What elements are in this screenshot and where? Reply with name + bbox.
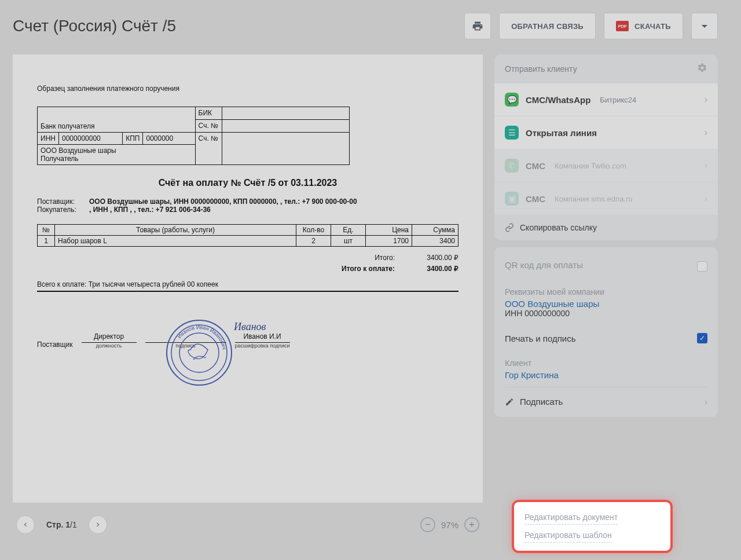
pdf-icon: PDF	[616, 21, 629, 31]
channel-subtitle: Компания sms.edna.ru	[555, 195, 633, 203]
channel-title: Открытая линия	[526, 128, 597, 138]
page-title: Счет (Россия) Счёт /5	[13, 17, 456, 35]
channel-icon: ☰	[505, 126, 519, 140]
send-panel: Отправить клиенту 💬 СМС/WhatsApp Битрикс…	[494, 54, 718, 240]
table-row: 1Набор шаров L2шт17003400	[38, 236, 458, 247]
totals-block: Итого:3400.00 ₽ Итого к оплате:3400.00 ₽	[37, 252, 458, 274]
bank-details-table: Банк получателя БИК Сч. № ИНН 0000000000…	[37, 107, 350, 165]
details-panel: QR код для оплаты Реквизиты моей компани…	[494, 247, 718, 417]
parties-block: Поставщик:ООО Воздушные шары, ИНН 000000…	[37, 197, 458, 214]
chevron-right-icon: ›	[705, 193, 707, 204]
amount-in-words: Всего к оплате: Три тысячи четыреста руб…	[37, 280, 458, 292]
stamp-image: Иванов Иван Иванович	[164, 318, 234, 387]
download-dropdown-button[interactable]	[691, 13, 718, 39]
channel-icon: ▣	[505, 192, 519, 206]
download-button[interactable]: PDF СКАЧАТЬ	[604, 13, 683, 39]
page-next-button[interactable]	[89, 515, 107, 534]
link-icon	[505, 223, 514, 232]
edit-document-link[interactable]: Редактировать документ	[524, 510, 618, 525]
channel-icon: ✆	[505, 159, 519, 173]
items-table: № Товары (работы, услуги) Кол-во Ед. Цен…	[37, 224, 458, 247]
requisites-label: Реквизиты моей компании	[505, 287, 707, 297]
client-label: Клиент	[505, 358, 707, 368]
chevron-right-icon: ›	[705, 160, 707, 171]
chevron-left-icon	[22, 521, 29, 528]
signature-image: Иванов	[234, 321, 266, 333]
feedback-button[interactable]: ОБРАТНАЯ СВЯЗЬ	[499, 13, 596, 39]
qr-title: QR код для оплаты	[505, 260, 583, 270]
zoom-out-button[interactable]: −	[420, 517, 435, 532]
channel-title: СМС	[526, 194, 545, 204]
copy-link-label: Скопировать ссылку	[520, 223, 597, 232]
chevron-right-icon: ›	[705, 127, 707, 138]
edit-template-link[interactable]: Редактировать шаблон	[524, 528, 612, 543]
send-channel-item[interactable]: ✆ СМС Компания Twilio.com ›	[494, 149, 718, 182]
copy-link-row[interactable]: Скопировать ссылку	[494, 215, 718, 240]
signature-row: Поставщик Директордолжность подпись Иван…	[37, 332, 458, 349]
send-channel-item[interactable]: 💬 СМС/WhatsApp Битрикс24 ›	[494, 83, 718, 116]
company-inn: ИНН 0000000000	[505, 309, 707, 318]
chevron-right-icon: ›	[705, 397, 707, 407]
page-info: Стр. 1/1	[41, 520, 83, 529]
sign-action-row[interactable]: Подписать ›	[505, 387, 707, 415]
channel-icon: 💬	[505, 93, 519, 107]
gear-icon[interactable]	[697, 63, 707, 75]
send-channel-item[interactable]: ☰ Открытая линия ›	[494, 116, 718, 149]
print-button[interactable]	[464, 13, 491, 39]
stamp-sign-label: Печать и подпись	[505, 334, 576, 343]
print-icon	[472, 20, 483, 32]
edit-menu-popup: Редактировать документ Редактировать шаб…	[514, 502, 670, 551]
chevron-right-icon: ›	[705, 94, 707, 105]
company-link[interactable]: ООО Воздушные шары	[505, 299, 707, 309]
qr-checkbox[interactable]	[697, 261, 707, 272]
chevron-down-icon	[702, 25, 707, 28]
invoice-title: Счёт на оплату № Счёт /5 от 03.11.2023	[37, 178, 458, 188]
channel-title: СМС/WhatsApp	[526, 95, 590, 105]
pager-bar: Стр. 1/1 − 97% +	[13, 503, 483, 547]
chevron-right-icon	[94, 521, 101, 528]
client-link[interactable]: Гор Кристина	[505, 370, 707, 380]
zoom-in-button[interactable]: +	[464, 517, 479, 532]
svg-point-2	[179, 333, 219, 372]
page-prev-button[interactable]	[16, 515, 35, 534]
stamp-sign-checkbox[interactable]: ✓	[697, 333, 707, 343]
pen-icon	[505, 397, 514, 407]
download-label: СКАЧАТЬ	[634, 22, 671, 31]
channel-subtitle: Битрикс24	[600, 96, 636, 104]
sample-label: Образец заполнения платежного поручения	[37, 85, 458, 93]
send-channel-item[interactable]: ▣ СМС Компания sms.edna.ru ›	[494, 182, 718, 215]
send-panel-title: Отправить клиенту	[505, 64, 577, 74]
zoom-label: 97%	[441, 520, 458, 530]
channel-subtitle: Компания Twilio.com	[555, 162, 626, 170]
document-preview: Образец заполнения платежного поручения …	[13, 54, 483, 503]
channel-title: СМС	[526, 161, 545, 171]
